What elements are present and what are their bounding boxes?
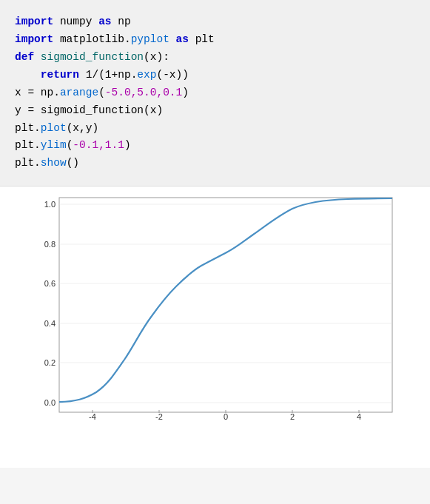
code-line: import matplotlib.pyplot as plt — [15, 31, 415, 49]
svg-text:0.6: 0.6 — [44, 279, 56, 288]
code-line: y = sigmoid_function(x) — [15, 102, 415, 120]
code-line: def sigmoid_function(x): — [15, 49, 415, 67]
svg-text:0.2: 0.2 — [44, 358, 56, 367]
svg-text:0.8: 0.8 — [44, 240, 56, 249]
svg-text:0: 0 — [224, 412, 228, 421]
code-line: import numpy as np — [15, 13, 415, 31]
code-line: return 1/(1+np.exp(-x)) — [15, 67, 415, 84]
code-line: plt.plot(x,y) — [15, 120, 415, 138]
svg-text:-2: -2 — [155, 412, 163, 421]
svg-text:0.0: 0.0 — [44, 398, 56, 407]
code-line: plt.show() — [15, 155, 415, 172]
svg-text:1.0: 1.0 — [44, 200, 56, 209]
sigmoid-chart: 0.0 0.2 0.4 0.6 0.8 1.0 -4 -2 0 2 4 — [37, 194, 407, 438]
svg-text:2: 2 — [290, 412, 295, 421]
svg-text:4: 4 — [357, 412, 361, 421]
chart-container: 0.0 0.2 0.4 0.6 0.8 1.0 -4 -2 0 2 4 — [0, 187, 430, 468]
code-line: x = np.arange(-5.0,5.0,0.1) — [15, 84, 415, 102]
code-block: import numpy as npimport matplotlib.pypl… — [0, 0, 430, 187]
code-line: plt.ylim(-0.1,1.1) — [15, 137, 415, 155]
svg-text:-4: -4 — [89, 412, 96, 421]
svg-text:0.4: 0.4 — [44, 319, 56, 328]
